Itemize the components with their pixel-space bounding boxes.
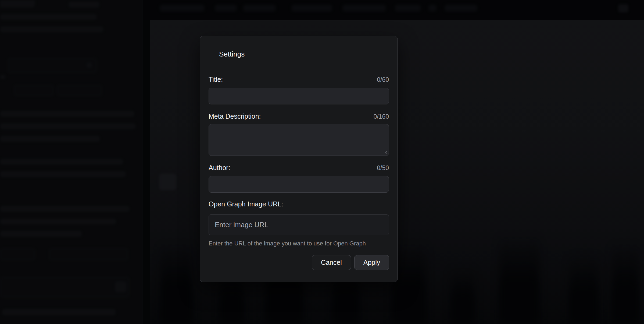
meta-description-textarea[interactable] — [209, 124, 389, 156]
author-char-counter: 0/50 — [377, 164, 389, 172]
app-root: Settings Title: 0/60 Meta Description: 0… — [0, 0, 644, 324]
settings-modal: Settings Title: 0/60 Meta Description: 0… — [200, 36, 398, 282]
og-image-url-label: Open Graph Image URL: — [209, 200, 283, 208]
apply-button[interactable]: Apply — [354, 255, 389, 270]
meta-description-label: Meta Description: — [209, 112, 261, 120]
title-char-counter: 0/60 — [377, 76, 389, 83]
title-label: Title: — [209, 76, 223, 83]
author-label: Author: — [209, 164, 230, 172]
og-image-url-help-text: Enter the URL of the image you want to u… — [209, 240, 389, 247]
author-input[interactable] — [209, 176, 389, 193]
title-input[interactable] — [209, 88, 389, 104]
og-image-url-input[interactable] — [209, 214, 389, 235]
cancel-button[interactable]: Cancel — [312, 255, 351, 270]
header-divider — [209, 67, 389, 67]
meta-description-char-counter: 0/160 — [373, 113, 389, 120]
modal-title: Settings — [219, 50, 389, 59]
